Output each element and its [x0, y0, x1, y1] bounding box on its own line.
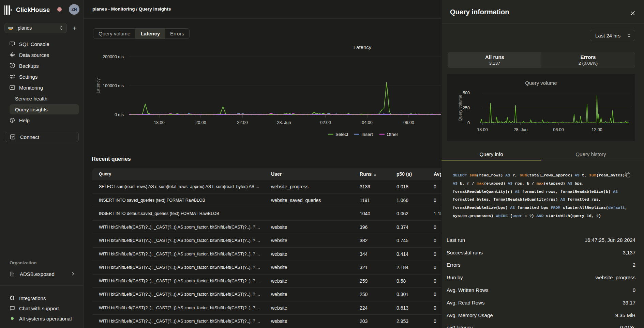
svg-text:02:00: 02:00: [320, 120, 331, 125]
svg-text:250: 250: [463, 106, 470, 110]
svg-text:Other: Other: [387, 132, 398, 137]
svg-text:06:00: 06:00: [553, 127, 564, 132]
svg-text:Insert: Insert: [361, 132, 373, 137]
svg-text:04:00: 04:00: [362, 120, 372, 125]
svg-text:Query volume: Query volume: [525, 80, 557, 86]
svg-text:12:00: 12:00: [591, 127, 602, 132]
svg-text:100000 ms: 100000 ms: [103, 83, 124, 88]
svg-text:Latency: Latency: [96, 78, 101, 93]
svg-text:200000 ms: 200000 ms: [103, 54, 124, 59]
svg-text:18:00: 18:00: [154, 120, 164, 125]
svg-text:0: 0: [467, 121, 470, 125]
svg-text:20:00: 20:00: [195, 120, 206, 125]
svg-text:Latency: Latency: [354, 44, 372, 50]
svg-text:18:00: 18:00: [477, 127, 488, 132]
svg-text:Query volume: Query volume: [458, 95, 463, 121]
svg-text:06:00: 06:00: [403, 120, 414, 125]
svg-text:500: 500: [463, 91, 470, 95]
svg-text:28. Jun: 28. Jun: [513, 127, 527, 132]
svg-text:0 ms: 0 ms: [115, 112, 124, 117]
svg-text:Select: Select: [335, 132, 348, 137]
svg-text:28. Jun: 28. Jun: [277, 120, 291, 125]
svg-text:22:00: 22:00: [237, 120, 248, 125]
